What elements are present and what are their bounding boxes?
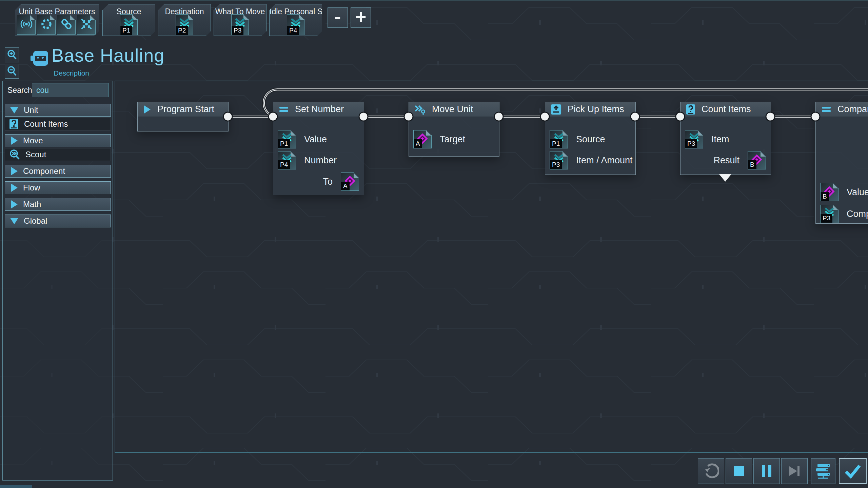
chip-register-tag: P2 bbox=[176, 26, 188, 35]
behavior-editor-screen: Unit Base Parameters bbox=[0, 0, 868, 488]
turbine-icon bbox=[40, 18, 53, 30]
chevron-down-icon bbox=[10, 107, 18, 114]
sidebar-category-math[interactable]: Math bbox=[5, 198, 111, 211]
node-expand-arrow[interactable] bbox=[719, 174, 731, 182]
tab-idle-personal-space-param-chip[interactable]: P4 bbox=[287, 14, 304, 35]
confirm-button[interactable] bbox=[839, 458, 867, 484]
chevron-right-icon bbox=[11, 137, 18, 145]
param-chip[interactable]: P3 bbox=[550, 151, 568, 169]
pin-label: Source bbox=[576, 134, 605, 145]
node-header[interactable]: Compare N bbox=[816, 102, 868, 117]
param-chip[interactable]: P4 bbox=[278, 151, 296, 169]
search-label: Search: bbox=[7, 86, 34, 95]
category-label: Global bbox=[24, 216, 47, 226]
stop-button[interactable] bbox=[726, 458, 752, 484]
link-icon bbox=[60, 18, 73, 30]
node-count-items[interactable]: Count Items P3 Item Result bbox=[680, 102, 771, 175]
param-chip[interactable]: P1 bbox=[278, 130, 296, 148]
pickup-icon bbox=[551, 104, 561, 115]
play-icon bbox=[143, 105, 151, 114]
chip-register-tag: P1 bbox=[120, 26, 132, 35]
node-input-row: P3 Item / Amount bbox=[550, 151, 633, 169]
node-header[interactable]: Move Unit bbox=[409, 102, 499, 117]
chip-register-tag: B bbox=[821, 192, 829, 201]
node-input-row: P3 Item bbox=[685, 130, 729, 148]
node-input-row: P1 Source bbox=[550, 130, 605, 148]
node-set-number[interactable]: Set Number P1 Value bbox=[273, 102, 364, 195]
node-header[interactable]: Count Items bbox=[680, 102, 771, 117]
count-items-icon bbox=[9, 119, 19, 129]
param-chip[interactable]: P3 bbox=[685, 130, 703, 148]
pin-label: To bbox=[323, 177, 333, 187]
variable-chip[interactable]: B bbox=[820, 183, 839, 201]
chip-register-tag: P3 bbox=[232, 26, 243, 35]
sidebar-category-flow[interactable]: Flow bbox=[5, 181, 111, 194]
chip-register-tag: P1 bbox=[278, 139, 290, 148]
variable-chip[interactable]: B bbox=[748, 151, 766, 169]
variable-chip[interactable]: A bbox=[341, 172, 359, 191]
node-header[interactable]: Program Start bbox=[138, 102, 228, 117]
sidebar-category-move[interactable]: Move bbox=[5, 134, 111, 147]
zoom-in-icon bbox=[6, 49, 18, 61]
param-chip[interactable]: P3 bbox=[820, 205, 839, 223]
search-input[interactable] bbox=[32, 83, 108, 97]
node-program-start[interactable]: Program Start bbox=[137, 102, 229, 131]
tab-source-param-chip[interactable]: P1 bbox=[120, 14, 138, 35]
step-button[interactable] bbox=[781, 458, 808, 484]
chip-register-tag: P1 bbox=[550, 139, 562, 148]
pause-button[interactable] bbox=[753, 458, 780, 484]
behavior-description-link[interactable]: Description bbox=[54, 69, 89, 77]
queue-list-icon bbox=[815, 463, 832, 480]
node-title: Program Start bbox=[157, 104, 214, 115]
node-header[interactable]: Set Number bbox=[273, 102, 364, 117]
pin-label: Compa bbox=[847, 209, 868, 219]
instruction-sidebar: Search: Unit Count Items Move bbox=[2, 81, 113, 481]
zoom-out-button[interactable] bbox=[5, 64, 19, 79]
base-param-slot-2[interactable] bbox=[37, 15, 56, 35]
node-compare-number[interactable]: Compare N B Value bbox=[815, 102, 868, 224]
base-param-slot-3[interactable] bbox=[57, 15, 76, 35]
category-label: Flow bbox=[23, 183, 40, 192]
reset-icon bbox=[703, 463, 719, 479]
base-param-slot-1[interactable] bbox=[17, 15, 36, 35]
behavior-title: Base Hauling bbox=[52, 45, 164, 66]
category-label: Move bbox=[23, 136, 43, 145]
node-header[interactable]: Pick Up Items bbox=[545, 102, 635, 117]
tab-what-to-move-param-chip[interactable]: P3 bbox=[231, 14, 249, 35]
remove-parameter-button[interactable]: - bbox=[328, 7, 348, 28]
add-parameter-button[interactable]: + bbox=[351, 7, 371, 28]
chip-register-tag: P3 bbox=[685, 139, 697, 148]
chip-register-tag: P4 bbox=[287, 26, 299, 35]
bottom-corner-accent bbox=[0, 485, 32, 488]
zoom-in-button[interactable] bbox=[5, 47, 19, 62]
converge-icon bbox=[80, 18, 93, 30]
chevron-right-icon bbox=[11, 184, 18, 192]
param-chip[interactable]: P1 bbox=[550, 130, 568, 148]
sidebar-category-global[interactable]: Global bbox=[5, 215, 111, 227]
pin-label: Item / Amount bbox=[576, 155, 633, 166]
pin-label: Item bbox=[711, 134, 729, 145]
node-input-row: B Value bbox=[820, 183, 868, 201]
pin-label: Target bbox=[440, 134, 465, 145]
node-title: Compare N bbox=[837, 104, 868, 115]
variable-chip[interactable]: A bbox=[413, 130, 432, 148]
behavior-robot-icon bbox=[30, 49, 50, 67]
item-label: Count Items bbox=[24, 119, 68, 129]
sidebar-category-unit[interactable]: Unit bbox=[5, 104, 111, 117]
sidebar-item-count-items[interactable]: Count Items bbox=[5, 118, 111, 130]
item-label: Scout bbox=[25, 150, 46, 159]
reset-button[interactable] bbox=[698, 458, 724, 484]
top-edge-divider bbox=[0, 0, 868, 1]
queue-button[interactable] bbox=[811, 458, 835, 484]
node-input-row: P4 Number bbox=[278, 151, 337, 169]
base-param-slot-4[interactable] bbox=[77, 15, 96, 35]
step-forward-icon bbox=[788, 465, 801, 477]
radar-icon bbox=[20, 18, 33, 30]
sidebar-category-component[interactable]: Component bbox=[5, 165, 111, 178]
node-pick-up-items[interactable]: Pick Up Items P1 Source bbox=[545, 102, 636, 175]
node-move-unit[interactable]: Move Unit A Target bbox=[409, 102, 499, 157]
pause-icon bbox=[761, 465, 772, 477]
tab-destination-param-chip[interactable]: P2 bbox=[176, 14, 193, 35]
pin-label: Value bbox=[304, 134, 327, 145]
sidebar-item-scout[interactable]: Scout bbox=[5, 148, 111, 161]
